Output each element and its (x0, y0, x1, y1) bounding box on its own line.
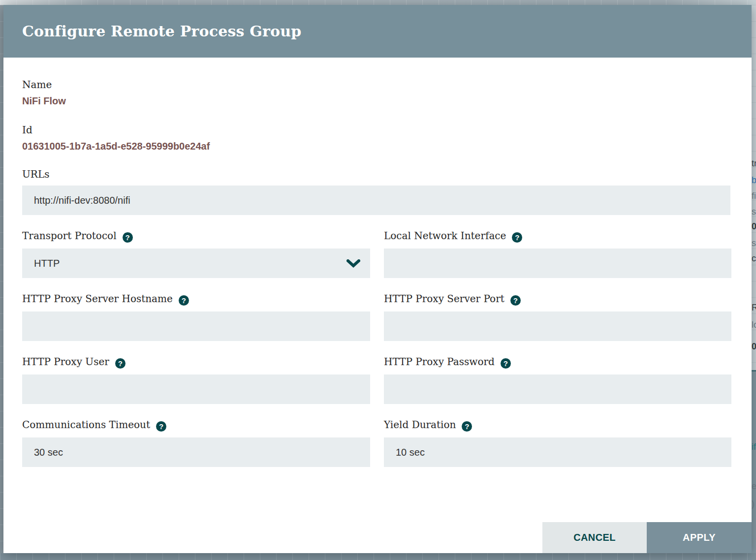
yield-duration-label: Yield Duration? (384, 418, 472, 432)
edge-text-fragment: c (752, 253, 756, 263)
transport-protocol-label-text: Transport Protocol (22, 230, 117, 242)
urls-label: URLs (22, 167, 49, 181)
chevron-down-icon (346, 259, 360, 268)
edge-text-fragment: R (752, 303, 756, 312)
http-proxy-password-label-text: HTTP Proxy Password (384, 356, 495, 368)
help-icon[interactable]: ? (512, 232, 522, 243)
canvas-background-left (0, 5, 3, 553)
configure-remote-process-group-dialog: Configure Remote Process Group Name NiFi… (3, 5, 752, 553)
http-proxy-password-input[interactable] (384, 374, 731, 404)
http-proxy-user-input[interactable] (22, 374, 370, 404)
help-icon[interactable]: ? (179, 295, 189, 306)
edge-text-fragment: 0 (752, 342, 756, 351)
name-value: NiFi Flow (22, 94, 66, 107)
http-proxy-server-port-label-text: HTTP Proxy Server Port (384, 293, 504, 305)
help-icon[interactable]: ? (510, 295, 521, 306)
http-proxy-server-hostname-input[interactable] (22, 311, 370, 341)
edge-text-fragment: fi (752, 191, 756, 201)
id-value: 01631005-1b7a-1a5d-e528-95999b0e24af (22, 140, 210, 153)
transport-protocol-dropdown[interactable]: HTTP (22, 249, 370, 278)
http-proxy-server-hostname-label: HTTP Proxy Server Hostname? (22, 292, 189, 306)
local-network-interface-input[interactable] (384, 249, 731, 278)
help-icon[interactable]: ? (462, 421, 472, 432)
id-label: Id (22, 123, 32, 137)
background-footer-fragment (752, 372, 756, 553)
yield-duration-label-text: Yield Duration (384, 419, 456, 431)
http-proxy-password-label: HTTP Proxy Password? (384, 355, 511, 369)
help-icon[interactable]: ? (501, 358, 511, 369)
dialog-header: Configure Remote Process Group (3, 5, 752, 58)
edge-text-fragment: s) (752, 238, 756, 248)
cancel-button[interactable]: CANCEL (542, 522, 647, 553)
communications-timeout-label: Communications Timeout? (22, 418, 166, 432)
edge-text-fragment: b (752, 175, 756, 185)
http-proxy-server-hostname-label-text: HTTP Proxy Server Hostname (22, 293, 173, 305)
edge-text-fragment: ) (752, 499, 755, 509)
communications-timeout-label-text: Communications Timeout (22, 419, 150, 431)
edge-text-fragment: es (752, 481, 756, 491)
transport-protocol-label: Transport Protocol? (22, 229, 133, 243)
local-network-interface-label-text: Local Network Interface (384, 230, 506, 242)
edge-text-fragment: s) (752, 207, 756, 217)
background-panel-fragment (752, 5, 756, 370)
canvas-background-right: tr b fi s) 0 s) c R lo 0 if es ) (752, 5, 756, 553)
help-icon[interactable]: ? (115, 358, 126, 369)
http-proxy-server-port-label: HTTP Proxy Server Port? (384, 292, 521, 306)
transport-protocol-value: HTTP (34, 258, 60, 269)
http-proxy-server-port-input[interactable] (384, 311, 731, 341)
edge-text-fragment: 0 (752, 221, 756, 231)
canvas-background-top (0, 0, 756, 5)
edge-text-fragment: lo (752, 320, 756, 330)
name-label: Name (22, 78, 52, 92)
edge-text-fragment: if (752, 442, 756, 452)
http-proxy-user-label-text: HTTP Proxy User (22, 356, 109, 368)
local-network-interface-label: Local Network Interface? (384, 229, 522, 243)
help-icon[interactable]: ? (156, 421, 166, 432)
canvas-background-bottom (0, 553, 756, 560)
yield-duration-input[interactable] (384, 437, 731, 467)
help-icon[interactable]: ? (123, 232, 133, 243)
communications-timeout-input[interactable] (22, 437, 370, 467)
edge-text-fragment: tr (752, 158, 756, 168)
dialog-title: Configure Remote Process Group (22, 5, 301, 58)
apply-button[interactable]: APPLY (647, 522, 752, 553)
urls-input[interactable] (22, 186, 730, 215)
http-proxy-user-label: HTTP Proxy User? (22, 355, 126, 369)
